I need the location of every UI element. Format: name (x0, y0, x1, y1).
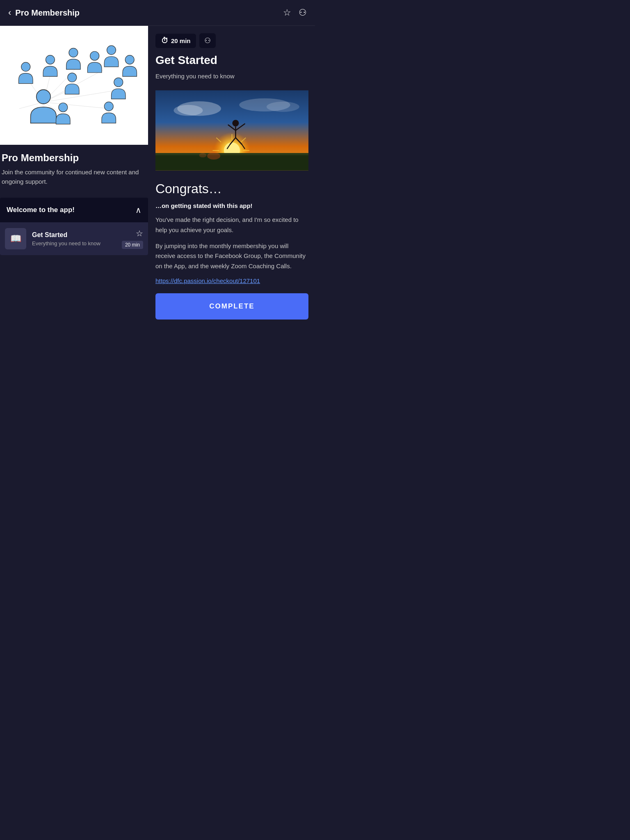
hero-image (155, 85, 308, 176)
meta-badges: ⏱ 20 min ⚇ (155, 33, 308, 48)
course-title: Pro Membership (2, 152, 142, 164)
body-text-1: You've made the right decision, and I'm … (155, 215, 308, 235)
svg-point-37 (232, 120, 239, 126)
svg-point-16 (125, 55, 134, 64)
link-badge[interactable]: ⚇ (199, 33, 216, 48)
svg-point-23 (173, 105, 203, 116)
svg-rect-33 (155, 154, 308, 171)
checkout-link[interactable]: https://dfc.passion.io/checkout/127101 (155, 277, 308, 284)
body-text-2: By jumping into the monthly membership y… (155, 241, 308, 272)
svg-point-10 (37, 90, 51, 104)
time-badge: ⏱ 20 min (155, 34, 196, 48)
bookmark-icon[interactable]: ☆ (283, 7, 291, 18)
svg-point-14 (90, 51, 99, 60)
left-panel: Pro Membership Join the community for co… (0, 26, 148, 255)
item-title: Get Started (32, 231, 116, 239)
accordion-chevron-icon: ∧ (135, 205, 142, 215)
main-content: Pro Membership Join the community for co… (0, 26, 315, 329)
course-info: Pro Membership Join the community for co… (0, 145, 148, 198)
svg-point-25 (267, 102, 299, 112)
accordion: Welcome to the app! ∧ 📖 Get Started Ever… (0, 198, 148, 255)
svg-point-17 (114, 78, 123, 87)
svg-point-18 (104, 102, 113, 111)
course-image (0, 26, 148, 145)
congrats-sub: …on getting stated with this app! (155, 202, 308, 209)
right-panel: ⏱ 20 min ⚇ Get Started Everything you ne… (148, 26, 315, 329)
item-meta: ☆ 20 min (122, 228, 143, 249)
item-subtitle: Everything you need to know (32, 240, 116, 247)
lesson-desc: Everything you need to know (155, 73, 308, 80)
svg-point-13 (69, 48, 78, 57)
header: ‹ Pro Membership ☆ ⚇ (0, 0, 315, 26)
item-book-icon: 📖 (5, 228, 26, 249)
svg-point-36 (199, 153, 207, 158)
clock-icon: ⏱ (161, 37, 169, 45)
link-icon[interactable]: ⚇ (299, 7, 307, 18)
header-icons: ☆ ⚇ (283, 7, 307, 18)
course-desc: Join the community for continued new con… (2, 168, 142, 186)
complete-button[interactable]: COMPLETE (155, 293, 308, 320)
svg-point-20 (59, 103, 68, 112)
accordion-header[interactable]: Welcome to the app! ∧ (0, 198, 148, 222)
svg-point-35 (207, 152, 220, 160)
item-star-button[interactable]: ☆ (136, 228, 143, 238)
header-title: Pro Membership (15, 8, 80, 18)
svg-point-19 (68, 73, 77, 82)
svg-point-15 (107, 46, 116, 55)
accordion-item[interactable]: 📖 Get Started Everything you need to kno… (0, 222, 148, 255)
svg-rect-34 (155, 153, 308, 155)
item-duration-badge: 20 min (122, 241, 143, 249)
back-button[interactable]: ‹ (8, 7, 11, 18)
svg-point-12 (46, 55, 55, 64)
congrats-title: Congrats… (155, 181, 308, 196)
svg-point-11 (21, 62, 30, 71)
accordion-title: Welcome to the app! (7, 206, 75, 214)
item-info: Get Started Everything you need to know (32, 231, 116, 247)
lesson-title: Get Started (155, 54, 308, 67)
duration-text: 20 min (171, 37, 191, 44)
header-left: ‹ Pro Membership (8, 7, 80, 18)
